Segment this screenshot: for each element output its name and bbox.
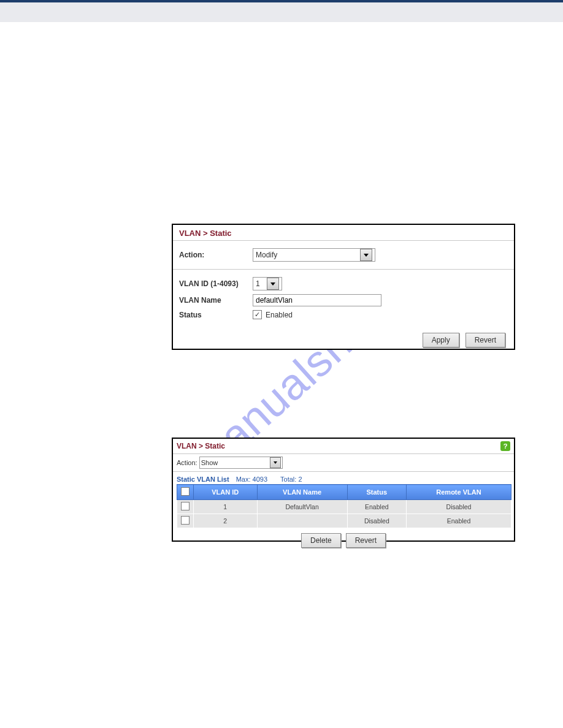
delete-button[interactable]: Delete	[301, 533, 341, 548]
vlan-table: VLAN ID VLAN Name Status Remote VLAN 1 D…	[177, 484, 511, 528]
cell-vlan-id: 2	[194, 514, 258, 528]
chevron-down-icon	[267, 278, 279, 290]
vlan-id-value: 1	[256, 279, 260, 288]
vlan-id-label: VLAN ID (1-4093)	[179, 279, 253, 288]
cell-vlan-name: DefaultVlan	[257, 500, 347, 514]
list-caption: Static VLAN List Max: 4093 Total: 2	[173, 472, 514, 484]
chevron-down-icon	[360, 249, 372, 261]
table-row: 1 DefaultVlan Enabled Disabled	[177, 500, 511, 514]
col-remote: Remote VLAN	[406, 485, 511, 500]
cell-remote: Enabled	[406, 514, 511, 528]
list-title: Static VLAN List	[177, 476, 229, 483]
list-total: Total: 2	[280, 476, 302, 483]
cell-vlan-name	[257, 514, 347, 528]
col-vlan-id: VLAN ID	[194, 485, 258, 500]
action-select[interactable]: Modify	[253, 248, 375, 262]
vlan-id-select[interactable]: 1	[253, 277, 282, 290]
cell-vlan-id: 1	[194, 500, 258, 514]
vlan-static-modify-panel: VLAN > Static Action: Modify VLAN ID (1-…	[172, 224, 515, 350]
list-max: Max: 4093	[236, 476, 267, 483]
vlan-name-input[interactable]	[253, 294, 381, 306]
help-icon[interactable]: ?	[500, 441, 510, 451]
revert-button[interactable]: Revert	[346, 533, 386, 548]
action-value: Modify	[256, 251, 277, 259]
col-status: Status	[347, 485, 406, 500]
select-all-checkbox[interactable]	[181, 487, 190, 496]
revert-button[interactable]: Revert	[465, 333, 505, 347]
vlan-name-label: VLAN Name	[179, 296, 253, 305]
vlan-static-show-panel: VLAN > Static ? Action: Show Static VLAN…	[172, 438, 515, 542]
select-all-header	[177, 485, 194, 500]
cell-status: Enabled	[347, 500, 406, 514]
header-band	[0, 2, 563, 22]
chevron-down-icon	[270, 457, 281, 468]
breadcrumb: VLAN > Static	[177, 442, 225, 450]
action-label: Action:	[179, 251, 253, 259]
row-checkbox[interactable]	[181, 502, 190, 510]
action-value: Show	[201, 459, 218, 466]
cell-remote: Disabled	[406, 500, 511, 514]
cell-status: Disabled	[347, 514, 406, 528]
status-value: Enabled	[266, 311, 293, 319]
row-checkbox[interactable]	[181, 516, 190, 525]
apply-button[interactable]: Apply	[423, 333, 459, 347]
action-select[interactable]: Show	[199, 457, 283, 469]
col-vlan-name: VLAN Name	[257, 485, 347, 500]
table-row: 2 Disabled Enabled	[177, 514, 511, 528]
breadcrumb: VLAN > Static	[173, 225, 514, 240]
status-checkbox[interactable]: ✓	[253, 310, 262, 319]
status-label: Status	[179, 311, 253, 319]
action-label: Action:	[177, 459, 197, 466]
